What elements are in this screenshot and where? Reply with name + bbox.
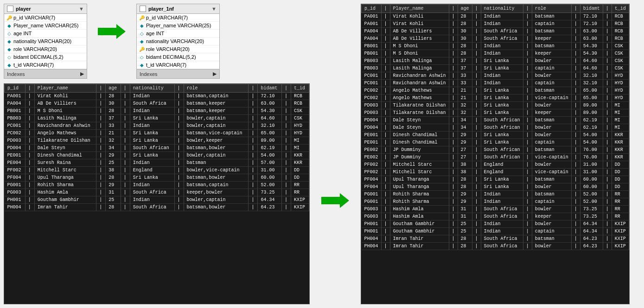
player-1nf-dropdown-icon[interactable]: ▼ (211, 6, 217, 12)
table-cell: England (481, 169, 523, 176)
table-cell: Suresh Raina (34, 159, 96, 167)
separator-cell: | (121, 145, 130, 152)
table-cell: bowler,captain (184, 196, 249, 204)
table-row: PA001|Virat Kohli|28|Indian|captain|72.1… (362, 20, 629, 28)
table-row: PG003|Hashim Amla|31|South Africa|keeper… (5, 189, 309, 196)
separator-cell: | (96, 182, 106, 189)
separator-cell: | (472, 117, 481, 124)
table-cell: 37 (106, 115, 121, 122)
separator-cell: | (174, 189, 184, 196)
key-icon-teal: ◆ (7, 23, 12, 28)
separator-cell: | (449, 50, 458, 57)
separator-cell: | (523, 102, 532, 109)
table-cell: KKR (291, 159, 309, 167)
table-cell: South African (481, 124, 523, 132)
separator-cell: | (174, 122, 184, 130)
separator-cell: | (121, 204, 130, 211)
table-cell: Hashim Amla (390, 206, 449, 213)
separator-cell: | (472, 169, 481, 176)
table-row: PH001|Goutham Gambhir|25|Indian|bowler,c… (5, 196, 309, 204)
separator-cell: | (449, 87, 458, 94)
separator-cell: | (96, 130, 106, 137)
table-cell: Imran Tahir (34, 204, 96, 211)
table-cell: 28 (106, 107, 121, 115)
separator-cell: | (381, 139, 390, 146)
separator-cell: | (603, 228, 612, 235)
table-row: PF004|Upul Tharanga|28|Sri Lanka|batsman… (5, 174, 309, 182)
separator-cell: | (174, 107, 184, 115)
separator-cell: | (603, 65, 612, 72)
th-nationality-r: nationality (481, 5, 523, 13)
table-cell: KKR (612, 139, 629, 146)
separator-cell: | (174, 152, 184, 159)
table-row: PE001|Dinesh Chandimal|29|Sri Lanka|bowl… (362, 132, 629, 139)
separator-cell: | (523, 154, 532, 161)
col-age-1nf: age INT (146, 31, 164, 36)
table-cell: Indian (481, 50, 523, 57)
separator-cell: | (96, 137, 106, 145)
table-cell: Mitchell Starc (34, 167, 96, 174)
key-icon-diamond-1nf: ◇ (140, 55, 144, 59)
th-p_id: p_id (5, 84, 26, 93)
separator-cell: | (571, 72, 580, 80)
table-cell: Rohith Sharma (34, 182, 96, 189)
table-cell: MI (612, 117, 629, 124)
table-cell: 73.25 (580, 206, 603, 213)
table-cell: KXIP (612, 220, 629, 228)
player-1nf-schema-header: player_1nf ▼ (137, 4, 219, 14)
separator-cell: | (381, 35, 390, 43)
separator-cell: | (96, 145, 106, 152)
separator-cell: | (25, 115, 34, 122)
separator-cell: | (449, 132, 458, 139)
table-cell: CSK (612, 65, 629, 72)
table-cell: bowler,captain (184, 115, 249, 122)
th-nationality: nationality (130, 84, 174, 93)
separator-cell: | (472, 72, 481, 80)
table-cell: bowler (532, 243, 571, 250)
table-row: PE002|JP Dumminy|27|South African|batsma… (362, 146, 629, 154)
table-cell: PD004 (5, 145, 26, 152)
separator-cell: | (523, 65, 532, 72)
separator-cell: | (449, 220, 458, 228)
separator-cell: | (571, 220, 580, 228)
table-cell: bowler,keeper (184, 137, 249, 145)
th-bidamt: bidamt (258, 84, 282, 93)
separator-cell: | (281, 174, 291, 182)
separator-cell: | (472, 102, 481, 109)
table-cell: 34 (458, 117, 472, 124)
separator-cell: | (449, 191, 458, 198)
separator-cell: | (449, 72, 458, 80)
col-age: age INT (13, 31, 32, 36)
table-cell: Imran Tahir (390, 243, 449, 250)
separator-cell: | (472, 206, 481, 213)
separator-cell: | (603, 28, 612, 35)
th-sep-r: | (571, 5, 580, 13)
table-cell: 29 (458, 132, 472, 139)
separator-cell: | (121, 107, 130, 115)
separator-cell: | (523, 183, 532, 191)
separator-cell: | (174, 159, 184, 167)
table-cell: RR (612, 198, 629, 206)
table-cell: bowler (532, 124, 571, 132)
table-cell: vice-captain (532, 94, 571, 102)
table-cell: PF002 (362, 169, 382, 176)
table-cell: vice-captain (532, 169, 571, 176)
player-dropdown-icon[interactable]: ▼ (79, 6, 84, 12)
table-cell: 31.00 (580, 169, 603, 176)
indexes-label: Indexes (7, 71, 25, 77)
table-cell: PB001 (362, 50, 382, 57)
separator-cell: | (571, 213, 580, 220)
separator-cell: | (25, 196, 34, 204)
separator-cell: | (449, 35, 458, 43)
separator-cell: | (96, 100, 106, 107)
table-cell: Mitchell Starc (390, 161, 449, 169)
separator-cell: | (174, 174, 184, 182)
separator-cell: | (96, 152, 106, 159)
table-cell: AB De Villiers (390, 35, 449, 43)
svg-marker-1 (321, 193, 349, 208)
separator-cell: | (523, 146, 532, 154)
table-row: PA001|Virat Kohli|28|Indian|batsman|72.1… (362, 13, 629, 20)
table-cell: 32.10 (580, 72, 603, 80)
separator-cell: | (381, 228, 390, 235)
separator-cell: | (174, 145, 184, 152)
